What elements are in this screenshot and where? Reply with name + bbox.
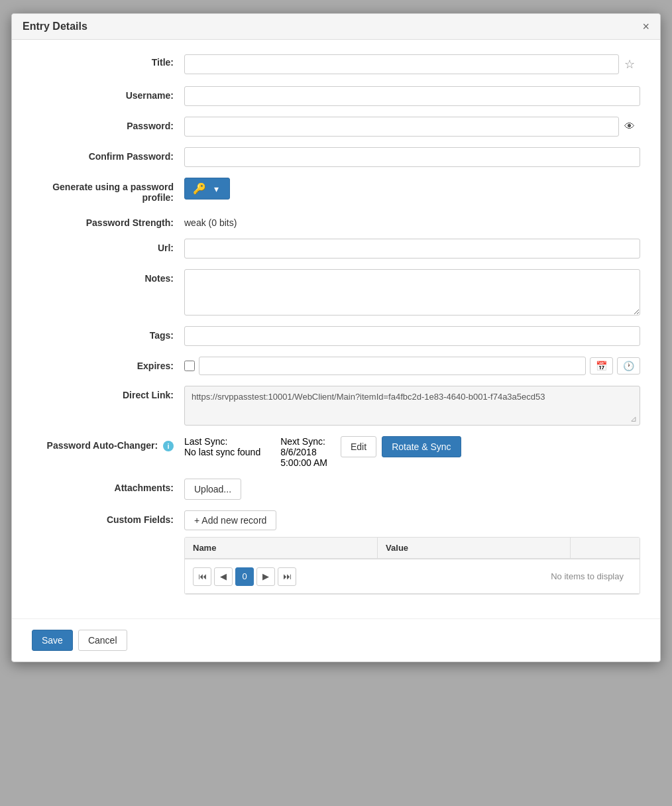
show-password-button[interactable]: 👁: [619, 117, 640, 137]
modal-header: Entry Details ×: [12, 14, 660, 40]
notes-input[interactable]: [184, 269, 640, 316]
url-row: Url:: [32, 239, 640, 259]
title-input[interactable]: Server Admin: [184, 54, 619, 74]
cancel-button[interactable]: Cancel: [78, 630, 127, 651]
clock-button[interactable]: 🕐: [617, 357, 640, 374]
custom-fields-control: + Add new record Name Value ⏮ ◀ 0 ▶ ⏭: [184, 510, 640, 595]
password-strength-label: Password Strength:: [32, 213, 184, 228]
confirm-password-label: Confirm Password:: [32, 147, 184, 162]
add-record-button[interactable]: + Add new record: [184, 510, 276, 530]
last-sync-label: Last Sync:: [184, 436, 260, 447]
password-input-wrapper: 👁: [184, 117, 640, 137]
pac-buttons: Edit Rotate & Sync: [341, 436, 461, 457]
pac-section: Last Sync: No last sync found Next Sync:…: [184, 436, 640, 468]
password-input[interactable]: [184, 117, 619, 137]
username-control: theadmin: [184, 86, 640, 106]
url-control: [184, 239, 640, 259]
password-row: Password: 👁: [32, 117, 640, 137]
no-items-text: No items to display: [299, 565, 632, 588]
expires-control: 📅 🕐: [184, 357, 640, 375]
expires-date-input[interactable]: [199, 357, 586, 375]
key-icon: 🔑: [193, 182, 206, 195]
cf-col-actions: [571, 538, 640, 558]
upload-button[interactable]: Upload...: [184, 479, 241, 500]
pac-row: Password Auto-Changer: i Last Sync: No l…: [32, 436, 640, 468]
page-first-button[interactable]: ⏮: [193, 567, 211, 586]
expires-row-inner: 📅 🕐: [184, 357, 640, 375]
expires-checkbox[interactable]: [184, 361, 195, 371]
calendar-icon: 📅: [596, 361, 607, 371]
favorite-button[interactable]: ☆: [619, 53, 640, 76]
attachments-row: Attachments: Upload...: [32, 479, 640, 500]
confirm-password-control: [184, 147, 640, 167]
sync-columns: Last Sync: No last sync found Next Sync:…: [184, 436, 327, 468]
pac-info-icon[interactable]: i: [163, 441, 174, 451]
eye-icon: 👁: [624, 121, 635, 132]
tags-label: Tags:: [32, 326, 184, 341]
rotate-sync-button[interactable]: Rotate & Sync: [382, 436, 461, 457]
notes-row: Notes:: [32, 269, 640, 316]
generate-label: Generate using a password profile:: [32, 178, 184, 203]
username-input[interactable]: theadmin: [184, 86, 640, 106]
calendar-button[interactable]: 📅: [590, 357, 613, 374]
attachments-label: Attachments:: [32, 479, 184, 493]
modal-footer: Save Cancel: [12, 618, 660, 662]
title-control: Server Admin ☆: [184, 53, 640, 76]
page-prev-button[interactable]: ◀: [214, 567, 233, 586]
password-strength-control: weak (0 bits): [184, 213, 640, 228]
expires-label: Expires:: [32, 357, 184, 371]
page-current-button[interactable]: 0: [235, 567, 254, 586]
confirm-password-row: Confirm Password:: [32, 147, 640, 167]
next-sync-value: 8/6/20185:00:00 AM: [280, 447, 327, 468]
entry-details-modal: Entry Details × Title: Server Admin ☆ Us…: [11, 13, 661, 662]
tags-input[interactable]: [184, 326, 640, 346]
direct-link-row: Direct Link: https://srvppasstest:10001/…: [32, 386, 640, 426]
clock-icon: 🕐: [623, 361, 634, 371]
edit-button[interactable]: Edit: [341, 436, 376, 457]
confirm-password-input[interactable]: [184, 147, 640, 167]
last-sync-col: Last Sync: No last sync found: [184, 436, 260, 468]
pac-control: Last Sync: No last sync found Next Sync:…: [184, 436, 640, 468]
page-next-button[interactable]: ▶: [256, 567, 275, 586]
password-control: 👁: [184, 117, 640, 137]
notes-label: Notes:: [32, 269, 184, 284]
tags-row: Tags:: [32, 326, 640, 346]
title-row: Title: Server Admin ☆: [32, 53, 640, 76]
title-input-wrapper: Server Admin ☆: [184, 53, 640, 76]
direct-link-control: https://srvppasstest:10001/WebClient/Mai…: [184, 386, 640, 426]
generate-button[interactable]: 🔑▾: [184, 178, 230, 200]
custom-fields-section: + Add new record Name Value ⏮ ◀ 0 ▶ ⏭: [184, 510, 640, 595]
cf-col-value: Value: [378, 538, 571, 558]
url-input[interactable]: [184, 239, 640, 259]
last-sync-value: No last sync found: [184, 447, 260, 457]
cf-header: Name Value: [185, 538, 640, 559]
title-label: Title:: [32, 53, 184, 68]
custom-fields-table: Name Value ⏮ ◀ 0 ▶ ⏭ No items to display: [184, 537, 640, 595]
close-button[interactable]: ×: [642, 21, 649, 32]
password-strength-row: Password Strength: weak (0 bits): [32, 213, 640, 228]
direct-link-value: https://srvppasstest:10001/WebClient/Mai…: [184, 386, 640, 426]
page-last-button[interactable]: ⏭: [278, 567, 296, 586]
username-label: Username:: [32, 86, 184, 101]
modal-body: Title: Server Admin ☆ Username: theadmin…: [12, 40, 660, 618]
direct-link-label: Direct Link:: [32, 386, 184, 400]
generate-control: 🔑▾: [184, 178, 640, 200]
custom-fields-row: Custom Fields: + Add new record Name Val…: [32, 510, 640, 595]
modal-title: Entry Details: [23, 21, 87, 32]
generate-row: Generate using a password profile: 🔑▾: [32, 178, 640, 203]
resize-handle-icon: ⊿: [630, 414, 637, 424]
tags-control: [184, 326, 640, 346]
next-sync-label: Next Sync:: [280, 436, 327, 447]
custom-fields-label: Custom Fields:: [32, 510, 184, 525]
expires-row: Expires: 📅 🕐: [32, 357, 640, 375]
pac-label: Password Auto-Changer: i: [32, 436, 184, 451]
password-label: Password:: [32, 117, 184, 131]
notes-control: [184, 269, 640, 316]
url-label: Url:: [32, 239, 184, 253]
attachments-control: Upload...: [184, 479, 640, 500]
cf-pagination: ⏮ ◀ 0 ▶ ⏭ No items to display: [185, 559, 640, 594]
next-sync-col: Next Sync: 8/6/20185:00:00 AM: [280, 436, 327, 468]
cf-col-name: Name: [185, 538, 378, 558]
password-strength-value: weak (0 bits): [184, 213, 237, 228]
save-button[interactable]: Save: [32, 630, 73, 651]
